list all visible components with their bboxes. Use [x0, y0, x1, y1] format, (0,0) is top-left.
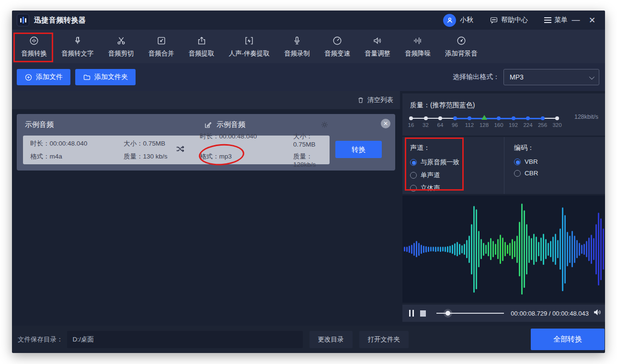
toolbar-tab-6[interactable]: 人声-伴奏提取 — [222, 30, 277, 63]
encoding-label: 编码： — [514, 144, 605, 152]
quality-stop-96[interactable] — [453, 116, 457, 120]
volume-icon[interactable] — [593, 307, 602, 319]
waveform-bar — [531, 238, 532, 260]
quality-stop-320[interactable] — [555, 116, 559, 120]
waveform-bar — [540, 238, 542, 261]
help-center-button[interactable]: 帮助中心 — [490, 16, 528, 24]
waveform-bar — [423, 246, 424, 253]
quality-stop-160[interactable] — [497, 116, 501, 120]
output-file-name[interactable]: 示例音频 — [217, 120, 245, 129]
add-file-label: 添加文件 — [36, 73, 63, 81]
waveform-bar — [500, 235, 501, 264]
stop-button[interactable] — [420, 310, 426, 317]
help-center-label: 帮助中心 — [501, 16, 528, 24]
titlebar: 迅捷音频转换器 小秋 帮助中心 菜单 — ✕ — [12, 11, 605, 30]
size-label: 大小： — [293, 133, 313, 140]
waveform-bar — [485, 245, 487, 254]
output-format-value: MP3 — [510, 73, 524, 81]
toolbar-tab-1[interactable]: 音频转换 — [14, 30, 54, 63]
quality-label: 质量： — [124, 153, 143, 160]
quality-stop-224[interactable] — [526, 116, 530, 120]
encoding-option[interactable]: VBR — [514, 158, 605, 165]
source-info: 时长：00:00:48.040 大小：0.75MB 格式：m4a 质量：130 … — [30, 139, 174, 161]
waveform-bar — [478, 231, 480, 267]
quality-stop-192[interactable] — [512, 116, 515, 120]
main-toolbar: 音频转换音频转文字音频剪切音频合并音频提取人声-伴奏提取音频录制音频变速音量调整… — [12, 30, 605, 63]
waveform-bar — [600, 218, 602, 280]
add-file-button[interactable]: 添加文件 — [17, 69, 70, 85]
waveform-bar — [595, 224, 597, 274]
radio-icon — [410, 185, 417, 192]
convert-button[interactable]: 转换 — [335, 141, 382, 158]
pause-button[interactable] — [409, 310, 414, 317]
user-name[interactable]: 小秋 — [460, 16, 473, 24]
user-avatar[interactable] — [443, 14, 456, 27]
toolbar-tab-9[interactable]: 音量调整 — [357, 30, 398, 63]
add-folder-button[interactable]: 添加文件夹 — [75, 69, 136, 85]
edit-icon[interactable] — [204, 121, 212, 129]
source-file-name: 示例音频 — [25, 120, 54, 129]
toolbar-tab-10[interactable]: 音频降噪 — [398, 30, 438, 63]
quality-stop-256[interactable] — [541, 116, 545, 120]
person-icon — [446, 16, 454, 24]
quality-section: 质量：(推荐范围蓝色) 1632649611212816019222425632… — [402, 93, 605, 136]
close-button[interactable]: ✕ — [584, 15, 600, 25]
waveform-bar — [591, 235, 592, 264]
clear-list-button[interactable]: 清空列表 — [357, 96, 393, 104]
toolbar-tab-3[interactable]: 音频剪切 — [101, 30, 141, 63]
waveform-bar — [447, 246, 448, 252]
chevron-down-icon — [589, 74, 594, 80]
quality-title: 质量：(推荐范围蓝色) — [410, 101, 475, 110]
waveform-bar — [555, 234, 556, 265]
vocal-separation-icon — [244, 35, 254, 46]
waveform-bar — [435, 247, 436, 252]
toolbar-tab-2[interactable]: 音频转文字 — [54, 30, 101, 63]
toolbar-tab-4[interactable]: 音频合并 — [141, 30, 182, 63]
settings-gear-icon[interactable] — [320, 120, 329, 131]
toolbar-tab-11[interactable]: 添加背景音 — [438, 30, 485, 63]
waveform-bar — [528, 236, 530, 263]
quality-current-marker[interactable] — [481, 115, 487, 120]
quality-unit: 128kbit/s — [574, 114, 598, 120]
waveform-bar — [437, 247, 439, 251]
menu-button[interactable]: 菜单 — [544, 16, 568, 24]
waveform-bar — [514, 241, 515, 257]
open-folder-button[interactable]: 打开文件夹 — [359, 331, 409, 348]
quality-stop-16[interactable] — [409, 116, 413, 120]
toolbar-tab-5[interactable]: 音频提取 — [182, 30, 222, 63]
channel-option[interactable]: 单声道 — [410, 171, 504, 180]
minimize-button[interactable]: — — [568, 15, 584, 25]
waveform-bar — [509, 243, 511, 256]
channel-group: 声道： 与原音频一致单声道立体声 — [402, 137, 504, 194]
quality-stop-112[interactable] — [468, 116, 471, 120]
radio-label: 立体声 — [421, 184, 440, 193]
duration-label: 时长： — [30, 140, 50, 147]
quality-slider[interactable] — [411, 116, 557, 121]
save-path-input[interactable] — [67, 331, 303, 348]
output-format-select[interactable]: MP3 — [503, 69, 599, 85]
waveform-bar — [521, 204, 523, 295]
playback-progress[interactable] — [436, 310, 504, 316]
convert-all-button[interactable]: 全部转换 — [531, 329, 605, 350]
progress-handle[interactable] — [446, 311, 450, 316]
remove-file-button[interactable]: ✕ — [381, 119, 390, 128]
toolbar-tab-7[interactable]: 音频录制 — [277, 30, 317, 63]
quality-stop-64[interactable] — [438, 116, 442, 120]
audio-speed-icon — [332, 35, 343, 46]
convert-arrow-icon — [175, 144, 185, 156]
waveform-bar — [433, 247, 434, 251]
change-dir-button[interactable]: 更改目录 — [309, 331, 353, 348]
encoding-option[interactable]: CBR — [514, 170, 605, 177]
channel-option[interactable]: 与原音频一致 — [410, 158, 504, 167]
waveform-bar — [440, 247, 441, 252]
channel-option[interactable]: 立体声 — [410, 184, 504, 193]
quality-tick-label: 320 — [552, 122, 561, 128]
toolbar-tab-8[interactable]: 音频变速 — [317, 30, 357, 63]
audio-cut-icon — [116, 35, 126, 46]
waveform-bar — [476, 209, 477, 289]
waveform-bar — [421, 245, 422, 254]
quality-stop-32[interactable] — [424, 116, 428, 120]
waveform-bar — [598, 213, 599, 285]
waveform-bar — [502, 238, 503, 261]
waveform-bar — [548, 243, 549, 256]
